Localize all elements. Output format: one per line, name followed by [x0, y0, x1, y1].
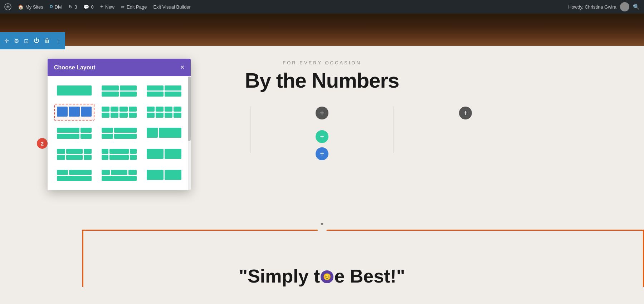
exit-vb-link[interactable]: Exit Visual Builder: [153, 4, 191, 10]
search-icon[interactable]: 🔍: [633, 4, 640, 10]
svg-point-1: [7, 6, 9, 8]
close-panel-button[interactable]: ×: [180, 64, 184, 71]
badge-2: 2: [37, 138, 48, 149]
row-clone-icon[interactable]: ⊡: [24, 38, 29, 44]
wp-logo[interactable]: [4, 3, 11, 10]
layout-bottom-c[interactable]: [144, 167, 184, 184]
layout-three-unequal-a[interactable]: [54, 146, 94, 163]
quote-text: "Simply t😊e Best!": [0, 265, 644, 287]
quote-mark: ": [318, 221, 327, 231]
layout-bottom-a[interactable]: [54, 167, 94, 184]
my-sites-icon: 🏠: [18, 4, 24, 10]
admin-bar: 🏠 My Sites D Divi ↻ 3 💬 0 + New ✏ Edit P…: [0, 0, 644, 14]
new-content-link[interactable]: + New: [100, 4, 114, 10]
layout-four-col-alt[interactable]: [144, 104, 184, 121]
column-3: +: [394, 103, 537, 123]
divi-icon: D: [50, 4, 53, 9]
panel-scroll-thumb[interactable]: [188, 77, 191, 141]
layout-three-col[interactable]: [54, 104, 94, 121]
choose-layout-title: Choose Layout: [54, 64, 96, 71]
add-module-col2[interactable]: +: [316, 107, 328, 119]
row-disable-icon[interactable]: ⏻: [34, 38, 39, 44]
layout-unequal-two[interactable]: [99, 125, 139, 142]
layout-one-third-two-thirds[interactable]: [144, 125, 184, 142]
quote-section: "Simply t😊e Best!": [0, 258, 644, 287]
updates-icon: ↻: [69, 4, 73, 10]
choose-layout-header: Choose Layout ×: [48, 59, 191, 76]
row-move-icon[interactable]: ✛: [4, 38, 9, 44]
row-settings-icon[interactable]: ⚙: [14, 38, 19, 44]
layout-two-col-small[interactable]: [99, 83, 139, 99]
panel-scrollbar[interactable]: [188, 77, 191, 190]
layout-bottom-b[interactable]: [99, 167, 139, 184]
layout-single-col[interactable]: [54, 83, 94, 99]
layout-large-center[interactable]: [144, 146, 184, 163]
plus-icon: +: [100, 4, 103, 10]
updates-link[interactable]: ↻ 3: [69, 4, 77, 10]
add-row-teal[interactable]: +: [316, 130, 328, 143]
column-2: + + +: [250, 103, 394, 164]
choose-layout-panel: Choose Layout ×: [48, 59, 191, 190]
layout-two-col-alt[interactable]: [144, 83, 184, 99]
main-content: FOR EVERY OCCASION By the Numbers + + + …: [0, 46, 644, 287]
edit-page-link[interactable]: ✏ Edit Page: [121, 4, 147, 10]
row-more-icon[interactable]: ⋮: [55, 38, 61, 44]
row-toolbar: ✛ ⚙ ⊡ ⏻ 🗑 ⋮: [0, 32, 65, 49]
hero-background: [0, 14, 644, 46]
admin-bar-right: Howdy, Christina Gwira 🔍: [568, 2, 640, 11]
pencil-icon: ✏: [121, 4, 125, 10]
avatar: [620, 2, 629, 11]
add-section-blue[interactable]: +: [316, 147, 328, 160]
comments-link[interactable]: 💬 0: [83, 4, 93, 10]
add-module-col3[interactable]: +: [459, 107, 472, 119]
row-delete-icon[interactable]: 🗑: [44, 38, 50, 44]
emoji-avatar: 😊: [321, 270, 333, 283]
comments-icon: 💬: [83, 4, 89, 10]
my-sites-link[interactable]: 🏠 My Sites: [18, 4, 43, 10]
layout-four-col[interactable]: [99, 104, 139, 121]
divi-link[interactable]: D Divi: [50, 4, 62, 10]
choose-layout-body: [48, 76, 191, 190]
layout-two-thirds-one-third[interactable]: [54, 125, 94, 142]
layout-three-unequal-b[interactable]: [99, 146, 139, 163]
